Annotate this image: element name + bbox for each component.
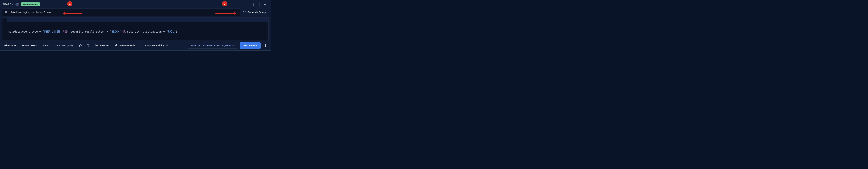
history-label: History — [4, 44, 13, 47]
new-features-button[interactable]: New Features — [21, 2, 40, 6]
rewrite-button[interactable]: Rewrite — [93, 43, 111, 48]
generated-query-label: Generated Query — [53, 43, 75, 48]
bottom-toolbar: History UDM Lookup Lists Generated Query… — [0, 41, 271, 50]
editor-gutter: 1 — [2, 18, 7, 41]
editor-code[interactable]: metadata.event_type = "USER_LOGIN" AND (… — [7, 18, 268, 41]
svg-point-2 — [253, 5, 254, 6]
svg-point-4 — [265, 45, 266, 46]
nl-query-text: failed user logins over the last 3 days — [11, 11, 51, 14]
line-number: 1 — [2, 18, 6, 22]
run-search-button[interactable]: Run Search — [240, 42, 260, 49]
lists-label: Lists — [43, 44, 49, 47]
query-editor[interactable]: 1 metadata.event_type = "USER_LOGIN" AND… — [2, 17, 269, 41]
generate-rule-button[interactable]: Generate Rule — [112, 43, 137, 48]
chevron-down-icon — [14, 45, 16, 46]
thumbs-up-button[interactable] — [77, 42, 83, 49]
rewrite-icon — [95, 44, 98, 47]
svg-point-1 — [253, 4, 254, 5]
history-button[interactable]: History — [2, 43, 18, 48]
code-line: metadata.event_type = "USER_LOGIN" AND (… — [8, 30, 267, 34]
current-line-highlight — [7, 18, 268, 22]
toolbar-more-icon[interactable] — [262, 42, 269, 49]
header-title: SEARCH — [3, 3, 13, 6]
generate-query-label: Generate Query — [248, 11, 266, 14]
generate-rule-label: Generate Rule — [119, 44, 135, 47]
clear-icon[interactable] — [5, 11, 8, 14]
udm-lookup-button[interactable]: UDM Lookup — [20, 43, 39, 48]
svg-point-5 — [265, 46, 266, 47]
header-row: SEARCH i New Features — [0, 0, 271, 8]
lists-button[interactable]: Lists — [41, 43, 51, 48]
nl-query-row: failed user logins over the last 3 days … — [2, 8, 269, 16]
time-range-label: APRIL 26, 06:29 PM - APRIL 29, 06:29 PM — [190, 44, 236, 47]
sparkle-pencil-icon — [243, 11, 246, 14]
svg-point-3 — [265, 44, 266, 45]
generate-query-button[interactable]: Generate Query — [241, 8, 269, 16]
search-panel: SEARCH i New Features failed user logins… — [0, 0, 271, 50]
header-actions — [250, 1, 269, 8]
divider — [140, 43, 141, 48]
collapse-icon[interactable] — [261, 1, 269, 8]
svg-point-0 — [253, 3, 254, 4]
thumbs-up-icon — [79, 44, 82, 47]
run-search-label: Run Search — [243, 44, 257, 47]
nl-query-box[interactable]: failed user logins over the last 3 days — [2, 8, 240, 16]
udm-lookup-label: UDM Lookup — [22, 44, 37, 47]
thumbs-down-icon — [87, 44, 90, 47]
header-more-icon[interactable] — [250, 1, 257, 8]
case-sensitivity-label: Case Sensitivity Off — [145, 44, 168, 47]
info-icon[interactable]: i — [16, 3, 19, 6]
sparkle-pencil-icon — [115, 44, 118, 47]
time-range-chip[interactable]: APRIL 26, 06:29 PM - APRIL 29, 06:29 PM — [188, 43, 238, 48]
rewrite-label: Rewrite — [100, 44, 108, 47]
case-sensitivity-toggle[interactable]: Case Sensitivity Off — [143, 43, 170, 48]
thumbs-down-button[interactable] — [85, 42, 91, 49]
